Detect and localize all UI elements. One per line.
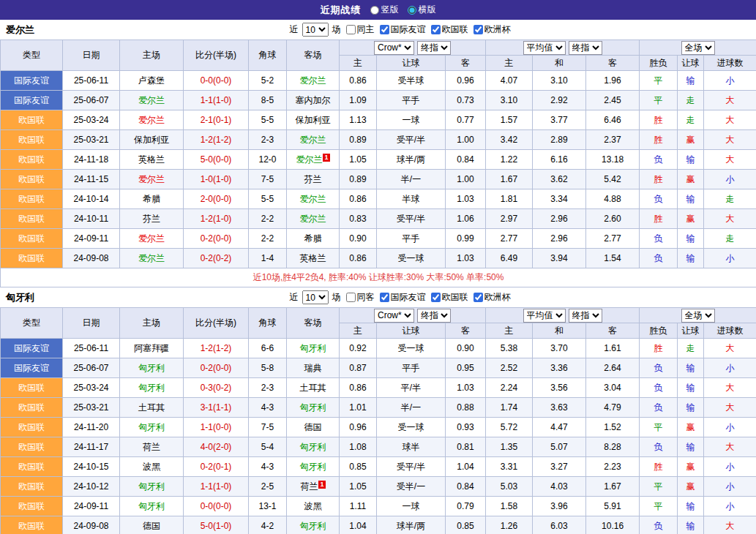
filter-checkbox-input[interactable]: [346, 293, 356, 302]
win-draw-loss-cell: 负: [640, 229, 678, 249]
handicap-result-cell: 输: [678, 497, 704, 516]
score-cell: 3-1(1-1): [184, 398, 249, 418]
league-type-cell: 欧国联: [1, 497, 63, 516]
score-cell: 0-0(0-0): [184, 497, 249, 516]
score-cell: 0-2(0-1): [184, 457, 249, 477]
column-header: 日期: [63, 308, 120, 339]
match-date: 25-06-07: [63, 358, 120, 378]
away-team-cell: 土耳其: [287, 378, 340, 398]
home-team-name: 爱尔兰: [138, 233, 165, 244]
away-odds-cell: 1.04: [446, 457, 486, 477]
home-team-name: 爱尔兰: [138, 95, 165, 105]
away-team-cell: 爱尔兰: [287, 71, 340, 91]
sub-column-header: 主: [486, 323, 533, 339]
filter-checkbox-input[interactable]: [431, 293, 441, 302]
average-draw-cell: 3.70: [533, 339, 586, 358]
filter-checkbox-2[interactable]: 欧国联: [431, 291, 468, 304]
goals-result-cell: 大: [704, 91, 756, 110]
handicap-cell: 平手: [377, 358, 446, 378]
league-type-cell: 欧国联: [1, 150, 63, 170]
recent-count-select[interactable]: 10: [302, 290, 329, 304]
filter-checkbox-1[interactable]: 国际友谊: [380, 291, 426, 304]
home-team-name: 土耳其: [138, 402, 165, 413]
match-row: 欧国联24-11-18英格兰5-0(0-0)12-0爱尔兰11.05球半/两0.…: [1, 150, 756, 170]
filter-checkbox-input[interactable]: [380, 25, 389, 34]
filter-checkbox-input[interactable]: [380, 293, 389, 302]
filter-checkbox-label: 欧洲杯: [484, 291, 511, 304]
home-odds-cell: 0.86: [340, 71, 377, 91]
average-select[interactable]: 平均值: [523, 309, 566, 323]
average-select[interactable]: 平均值: [523, 41, 566, 55]
recent-count-select[interactable]: 10: [302, 23, 329, 37]
filter-checkbox-3[interactable]: 欧洲杯: [474, 23, 511, 36]
filter-checkbox-input[interactable]: [431, 25, 441, 34]
home-team-cell: 保加利亚: [120, 130, 184, 150]
match-date: 24-10-14: [63, 189, 120, 209]
sections-container: 爱尔兰近10场同主国际友谊欧国联欧洲杯类型日期主场比分(半场)角球客场Crow*…: [0, 20, 756, 534]
win-draw-loss-cell: 平: [640, 91, 678, 110]
home-team-cell: 土耳其: [120, 398, 184, 418]
sub-column-header: 主: [340, 323, 377, 339]
away-team-name: 爱尔兰: [300, 75, 326, 86]
filter-checkbox-2[interactable]: 欧国联: [431, 23, 468, 36]
match-date: 24-11-18: [63, 150, 120, 170]
horizontal-layout-radio[interactable]: [408, 6, 416, 15]
away-odds-cell: 0.99: [446, 229, 486, 249]
corners-cell: 7-5: [249, 418, 287, 437]
average-away-cell: 5.91: [586, 497, 640, 516]
home-team-cell: 匈牙利: [120, 477, 184, 497]
vertical-layout-radio[interactable]: [370, 6, 379, 15]
average-stage-select[interactable]: 终指: [569, 309, 602, 323]
vertical-layout-label: 竖版: [381, 4, 399, 16]
sub-column-header: 客: [446, 323, 486, 339]
filter-checkbox-0[interactable]: 同主: [346, 23, 375, 36]
goals-result-cell: 大: [704, 209, 756, 229]
average-home-cell: 2.77: [486, 229, 533, 249]
league-type-cell: 欧国联: [1, 418, 63, 437]
league-type-cell: 欧国联: [1, 378, 63, 398]
score-cell: 1-2(1-2): [184, 130, 249, 150]
filter-checkbox-input[interactable]: [474, 293, 483, 302]
goals-result-cell: 小: [704, 457, 756, 477]
goals-result-cell: 小: [704, 71, 756, 91]
filter-checkbox-1[interactable]: 国际友谊: [380, 23, 426, 36]
filter-checkbox-label: 欧洲杯: [484, 23, 511, 36]
layout-option-horizontal[interactable]: 横版: [408, 4, 436, 16]
away-team-cell: 保加利亚: [287, 110, 340, 130]
filter-checkbox-0[interactable]: 同客: [346, 291, 375, 304]
corners-cell: 7-5: [249, 170, 287, 189]
team-section: 爱尔兰近10场同主国际友谊欧国联欧洲杯类型日期主场比分(半场)角球客场Crow*…: [0, 20, 756, 287]
filter-checkbox-input[interactable]: [346, 25, 356, 34]
average-stage-select[interactable]: 终指: [569, 41, 602, 55]
home-odds-cell: 1.11: [340, 497, 377, 516]
home-team-cell: 英格兰: [120, 150, 184, 170]
odds-source-select[interactable]: Crow*: [374, 41, 414, 55]
away-odds-cell: 0.73: [446, 91, 486, 110]
fulltime-select[interactable]: 全场: [681, 309, 715, 323]
sub-column-header: 客: [586, 56, 640, 71]
score-cell: 0-2(0-0): [184, 229, 249, 249]
match-date: 24-09-11: [63, 229, 120, 249]
league-type-cell: 国际友谊: [1, 71, 63, 91]
home-odds-cell: 1.01: [340, 398, 377, 418]
average-draw-cell: 6.16: [533, 150, 586, 170]
home-team-cell: 爱尔兰: [120, 110, 184, 130]
fulltime-select[interactable]: 全场: [681, 41, 715, 55]
filter-checkbox-3[interactable]: 欧洲杯: [474, 291, 511, 304]
home-odds-cell: 0.86: [340, 249, 377, 268]
home-team-name: 匈牙利: [138, 481, 165, 492]
average-draw-cell: 3.36: [533, 358, 586, 378]
odds-source-select[interactable]: Crow*: [374, 309, 414, 323]
away-team-name: 希腊: [304, 233, 322, 244]
home-team-cell: 爱尔兰: [120, 229, 184, 249]
away-team-name: 爱尔兰: [300, 194, 326, 204]
average-home-cell: 3.10: [486, 91, 533, 110]
handicap-cell: 半/一: [377, 170, 446, 189]
filter-checkbox-input[interactable]: [474, 25, 483, 34]
layout-option-vertical[interactable]: 竖版: [370, 4, 399, 16]
corners-cell: 2-3: [249, 378, 287, 398]
home-odds-cell: 0.89: [340, 170, 377, 189]
odds-stage-select[interactable]: 终指: [417, 309, 451, 323]
odds-stage-select[interactable]: 终指: [417, 41, 451, 55]
away-odds-cell: 1.03: [446, 378, 486, 398]
